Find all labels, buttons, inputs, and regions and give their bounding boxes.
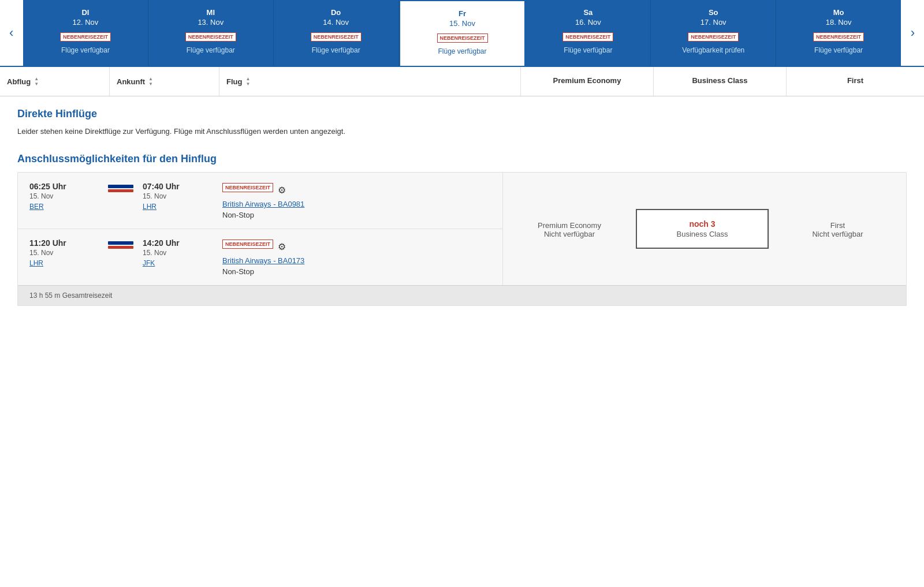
connection-card: 06:25 Uhr 15. Nov BER xyxy=(17,172,907,306)
total-travel-time: 13 h 55 m Gesamtreisezeit xyxy=(29,291,112,300)
seg2-dep-time: 11:20 Uhr xyxy=(29,238,99,248)
seg2-nebenreise-badge: NEBENREISEZEIT xyxy=(222,240,273,249)
svg-rect-2 xyxy=(108,241,133,245)
date-cell-0[interactable]: DI 12. Nov NEBENREISEZEIT Flüge verfügba… xyxy=(23,0,148,66)
col-header-flug: Flug ▲▼ xyxy=(219,67,521,96)
ba-logo-2 xyxy=(103,238,138,251)
segment-1-top-row: 06:25 Uhr 15. Nov BER xyxy=(29,182,493,219)
seg1-arr-airport: LHR xyxy=(143,203,212,211)
date-cell-2[interactable]: Do 14. Nov NEBENREISEZEIT Flüge verfügba… xyxy=(274,0,399,66)
seg2-departure: 11:20 Uhr 15. Nov LHR xyxy=(29,238,99,267)
date-cell-3[interactable]: Fr 15. Nov NEBENREISEZEIT Flüge verfügba… xyxy=(399,0,526,66)
seg1-arr-time: 07:40 Uhr xyxy=(143,182,212,191)
col-header-premium: Premium Economy xyxy=(521,67,654,96)
segment-2-info: 11:20 Uhr 15. Nov LHR xyxy=(18,229,502,285)
seg2-arr-date: 15. Nov xyxy=(143,249,212,257)
col-header-first: First xyxy=(787,67,924,96)
seg2-badge-row: NEBENREISEZEIT ⚙ xyxy=(222,240,286,253)
first-label: First xyxy=(830,221,845,230)
next-date-arrow[interactable]: › xyxy=(906,25,919,40)
seg1-stop: Non-Stop xyxy=(222,211,493,219)
segment-1: 06:25 Uhr 15. Nov BER xyxy=(18,173,502,229)
connections-title: Anschlussmöglichkeiten für den Hinflug xyxy=(17,153,907,165)
seg1-dep-airport: BER xyxy=(29,203,99,211)
seg2-gear-icon[interactable]: ⚙ xyxy=(278,241,286,252)
price-first: First Nicht verfügbar xyxy=(769,209,906,249)
price-area-inner: Premium Economy Nicht verfügbar noch 3 B… xyxy=(503,209,906,249)
ba-logo-1 xyxy=(103,182,138,195)
direct-flights-title: Direkte Hinflüge xyxy=(17,108,907,120)
sort-abflug[interactable]: ▲▼ xyxy=(34,76,39,87)
card-body: 06:25 Uhr 15. Nov BER xyxy=(18,173,906,285)
seg1-badge-row: NEBENREISEZEIT ⚙ xyxy=(222,183,286,197)
price-area: Premium Economy Nicht verfügbar noch 3 B… xyxy=(502,173,906,285)
seg2-dep-airport: LHR xyxy=(29,259,99,267)
prev-date-arrow[interactable]: ‹ xyxy=(5,25,18,40)
date-cell-5[interactable]: So 17. Nov NEBENREISEZEIT Verfügbarkeit … xyxy=(651,0,776,66)
segment-1-info: 06:25 Uhr 15. Nov BER xyxy=(18,173,502,229)
table-header: Abflug ▲▼ Ankunft ▲▼ Flug ▲▼ Premium Eco… xyxy=(0,67,924,96)
price-business[interactable]: noch 3 Business Class xyxy=(636,209,769,249)
first-status: Nicht verfügbar xyxy=(812,230,863,238)
svg-rect-3 xyxy=(108,246,133,249)
col-header-business: Business Class xyxy=(654,67,787,96)
segment-2: 11:20 Uhr 15. Nov LHR xyxy=(18,229,502,285)
seg1-dep-time: 06:25 Uhr xyxy=(29,182,99,191)
date-cell-1[interactable]: MI 13. Nov NEBENREISEZEIT Flüge verfügba… xyxy=(148,0,274,66)
seg1-arr-date: 15. Nov xyxy=(143,192,212,200)
seg1-airline-link[interactable]: British Airways - BA0981 xyxy=(222,200,304,208)
premium-status: Nicht verfügbar xyxy=(544,230,595,238)
seg1-dep-date: 15. Nov xyxy=(29,192,99,200)
seg2-arrival: 14:20 Uhr 15. Nov JFK xyxy=(143,238,212,267)
seg1-nebenreise-badge: NEBENREISEZEIT xyxy=(222,183,273,192)
date-selector: DI 12. Nov NEBENREISEZEIT Flüge verfügba… xyxy=(23,0,901,66)
seg1-arrival: 07:40 Uhr 15. Nov LHR xyxy=(143,182,212,211)
seg2-airline-link[interactable]: British Airways - BA0173 xyxy=(222,256,304,265)
no-direct-message: Leider stehen keine Direktflüge zur Verf… xyxy=(17,127,907,136)
date-selector-wrapper: ‹ DI 12. Nov NEBENREISEZEIT Flüge verfüg… xyxy=(0,0,924,67)
seg2-stop: Non-Stop xyxy=(222,267,493,276)
premium-label: Premium Economy xyxy=(538,221,601,230)
seg2-arr-time: 14:20 Uhr xyxy=(143,238,212,248)
seg2-arr-airport: JFK xyxy=(143,259,212,267)
svg-rect-0 xyxy=(108,185,133,188)
sort-flug[interactable]: ▲▼ xyxy=(245,76,250,87)
col-header-ankunft: Ankunft ▲▼ xyxy=(110,67,219,96)
seg1-departure: 06:25 Uhr 15. Nov BER xyxy=(29,182,99,211)
col-header-abflug: Abflug ▲▼ xyxy=(0,67,110,96)
seg1-gear-icon[interactable]: ⚙ xyxy=(278,185,286,196)
seg2-dep-date: 15. Nov xyxy=(29,249,99,257)
price-premium: Premium Economy Nicht verfügbar xyxy=(503,209,636,249)
sort-ankunft[interactable]: ▲▼ xyxy=(148,76,153,87)
card-footer: 13 h 55 m Gesamtreisezeit xyxy=(18,285,906,305)
segments-col: 06:25 Uhr 15. Nov BER xyxy=(18,173,502,285)
date-cell-4[interactable]: Sa 16. Nov NEBENREISEZEIT Flüge verfügba… xyxy=(526,0,651,66)
svg-rect-1 xyxy=(108,189,133,192)
main-content: Direkte Hinflüge Leider stehen keine Dir… xyxy=(0,96,924,317)
seg2-flight-info: NEBENREISEZEIT ⚙ British Airways - BA017… xyxy=(217,238,493,276)
business-count: noch 3 xyxy=(689,219,715,229)
date-cell-6[interactable]: Mo 18. Nov NEBENREISEZEIT Flüge verfügba… xyxy=(776,0,901,66)
business-label: Business Class xyxy=(677,230,728,238)
seg1-flight-info: NEBENREISEZEIT ⚙ British Airways - BA098… xyxy=(217,182,493,219)
segment-2-top-row: 11:20 Uhr 15. Nov LHR xyxy=(29,238,493,276)
